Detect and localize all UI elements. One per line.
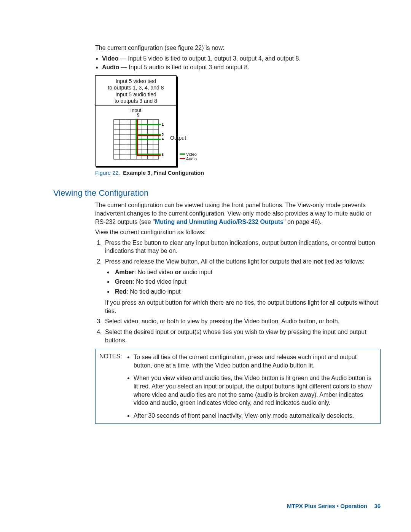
- diagram-box: Input 5 video tied to outputs 1, 3, 4, a…: [95, 75, 177, 166]
- step-2-amber: Amber: No tied video or audio input: [113, 268, 381, 276]
- notes-list: To see all ties of the current configura…: [127, 353, 376, 420]
- output-label: Output: [170, 135, 186, 141]
- steps-list: Press the Esc button to clear any input …: [95, 239, 381, 345]
- matrix-grid-icon: 1 3 4 8: [105, 117, 169, 162]
- svg-text:1: 1: [162, 123, 164, 126]
- video-bullet: Video — Input 5 video is tied to output …: [102, 54, 381, 63]
- muting-link[interactable]: Muting and Unmuting Audio/RS-232 Outputs: [155, 219, 284, 225]
- note-1: To see all ties of the current configura…: [134, 353, 376, 369]
- step-1: Press the Esc button to clear any input …: [104, 239, 381, 255]
- diagram-line4: to outputs 3 and 8: [98, 98, 174, 105]
- config-bullets: Video — Input 5 video is tied to output …: [95, 54, 381, 72]
- notes-label: NOTES:: [99, 353, 127, 420]
- input-5-label: 5: [100, 113, 176, 117]
- step-2-para: If you press an output button for which …: [105, 299, 381, 315]
- step-4: Select the desired input or output(s) wh…: [104, 328, 381, 344]
- intro-text: The current configuration (see figure 22…: [95, 44, 381, 52]
- step-2-green: Green: No tied video input: [113, 278, 381, 286]
- svg-text:8: 8: [162, 153, 164, 157]
- input-label: Input: [98, 107, 174, 113]
- figure-caption: Figure 22. Example 3, Final Configuratio…: [95, 169, 381, 177]
- view-para-2: View the current configuration as follow…: [95, 228, 381, 236]
- note-3: After 30 seconds of front panel inactivi…: [134, 412, 376, 420]
- diagram-line2: to outputs 1, 3, 4, and 8: [98, 85, 174, 91]
- step-2: Press and release the View button. All o…: [104, 257, 381, 315]
- view-para-1: The current configuration can be viewed …: [95, 201, 381, 226]
- section-heading: Viewing the Configuration: [53, 188, 381, 198]
- footer-page: 36: [374, 503, 381, 509]
- step-3: Select video, audio, or both to view by …: [104, 317, 381, 326]
- svg-text:4: 4: [162, 137, 164, 141]
- step-2-red: Red: No tied audio input: [113, 288, 381, 296]
- svg-text:3: 3: [162, 133, 164, 136]
- note-2: When you view video and audio ties, the …: [134, 374, 376, 407]
- diagram-line3: Input 5 audio tied: [98, 91, 174, 98]
- footer-title: MTPX Plus Series • Operation: [287, 503, 367, 509]
- diagram-legend: Video Audio: [180, 152, 197, 161]
- page-footer: MTPX Plus Series • Operation 36: [287, 503, 381, 509]
- figure-22: Input 5 video tied to outputs 1, 3, 4, a…: [95, 75, 381, 166]
- notes-box: NOTES: To see all ties of the current co…: [95, 349, 381, 424]
- audio-bullet: Audio — Input 5 audio is tied to output …: [102, 63, 381, 72]
- diagram-line1: Input 5 video tied: [98, 78, 174, 85]
